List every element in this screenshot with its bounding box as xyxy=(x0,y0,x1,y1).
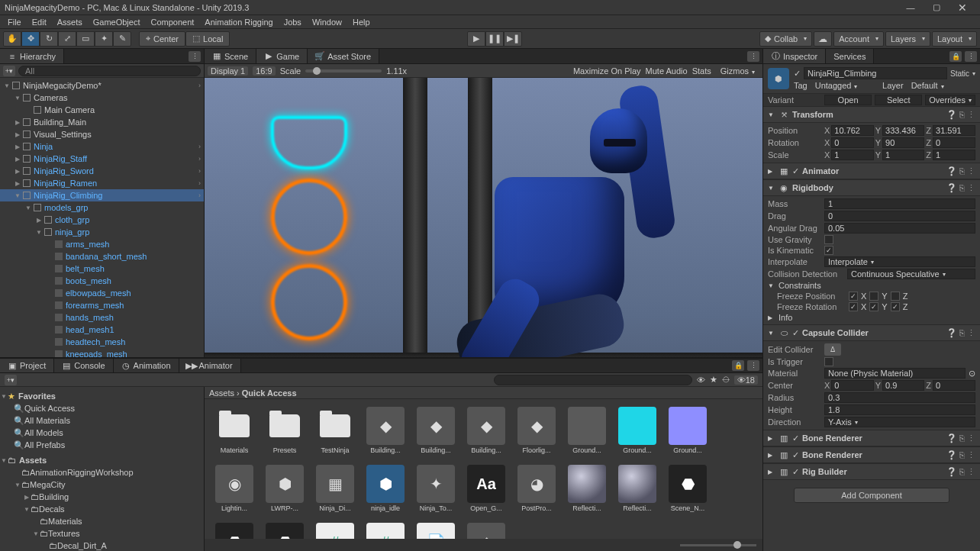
overrides-dropdown[interactable]: Overrides xyxy=(925,95,975,105)
asset-item[interactable]: AaOpen_G... xyxy=(464,465,508,512)
layout-dropdown[interactable]: Layout xyxy=(932,31,977,47)
object-enabled-checkbox[interactable]: ✓ xyxy=(794,69,801,79)
folder-item[interactable]: 🗀 AnimationRiggingWorkshop xyxy=(0,466,204,478)
favorite-filter-icon[interactable]: ★ xyxy=(710,375,717,385)
static-label[interactable]: Static xyxy=(950,69,969,78)
expand-arrow-icon[interactable]: ▶ xyxy=(14,180,21,187)
asset-item[interactable]: Reflecti... xyxy=(565,465,609,512)
move-tool[interactable]: ✥ xyxy=(21,31,40,47)
capsule-header[interactable]: ▼⬭ ✓ Capsule Collider ❔⎘⋮ xyxy=(763,324,980,341)
item-menu-icon[interactable]: › xyxy=(198,179,201,187)
bone-renderer-1-header[interactable]: ▶▥✓Bone Renderer❔⎘⋮ xyxy=(763,430,980,446)
asset-item[interactable]: Presets xyxy=(263,407,307,454)
display-dropdown[interactable]: Display 1 xyxy=(208,66,248,76)
rigidbody-header[interactable]: ▼◉ Rigidbody ❔⎘⋮ xyxy=(763,179,980,196)
hierarchy-item[interactable]: hands_mesh xyxy=(0,311,204,324)
panel-menu-icon[interactable]: ⋮ xyxy=(965,51,977,62)
trigger-checkbox[interactable] xyxy=(824,357,833,366)
play-button[interactable]: ▶ xyxy=(467,31,485,47)
favorite-item[interactable]: 🔍 All Models xyxy=(0,427,204,439)
create-asset-dropdown[interactable]: +▾ xyxy=(5,375,17,385)
item-menu-icon[interactable]: › xyxy=(198,155,201,163)
height-field[interactable]: 1.8 xyxy=(824,404,975,415)
asset-item[interactable]: Ground... xyxy=(565,407,609,454)
expand-arrow-icon[interactable]: ▶ xyxy=(35,217,43,224)
asset-item[interactable]: TestNinja xyxy=(313,407,357,454)
freeze-rot-x[interactable]: ✓ xyxy=(849,302,858,311)
expand-arrow-icon[interactable]: ▼ xyxy=(14,95,21,102)
drag-field[interactable]: 0 xyxy=(824,211,975,221)
rot-z[interactable]: 0 xyxy=(933,137,975,148)
tag-dropdown[interactable]: Untagged xyxy=(811,81,879,90)
lock-icon[interactable]: 🔒 xyxy=(732,360,744,371)
expand-arrow-icon[interactable]: ▼ xyxy=(24,205,32,211)
asset-item[interactable]: ◆Building... xyxy=(414,407,458,454)
grid-size-slider[interactable] xyxy=(680,544,756,546)
kinematic-checkbox[interactable]: ✓ xyxy=(824,246,833,255)
menu-assets[interactable]: Assets xyxy=(53,17,87,27)
tab-services[interactable]: Services xyxy=(826,49,874,63)
help-icon[interactable]: ❔ xyxy=(946,110,957,120)
hierarchy-item[interactable]: ▼models_grp xyxy=(0,201,204,214)
tab-animation[interactable]: ◷Animation xyxy=(114,359,179,372)
panel-menu-icon[interactable]: ⋮ xyxy=(747,51,759,62)
minimize-button[interactable]: ― xyxy=(898,1,924,14)
freeze-rot-z[interactable]: ✓ xyxy=(891,302,900,311)
folder-item[interactable]: 🗀 Materials xyxy=(0,515,204,527)
tab-project[interactable]: ▣Project xyxy=(0,359,54,372)
pause-button[interactable]: ❚❚ xyxy=(485,31,504,47)
expand-arrow-icon[interactable]: ▶ xyxy=(14,168,21,175)
preset-icon[interactable]: ⎘ xyxy=(959,110,965,120)
menu-help[interactable]: Help xyxy=(348,17,375,27)
step-button[interactable]: ▶❚ xyxy=(504,31,522,47)
favorite-item[interactable]: 🔍 All Prefabs xyxy=(0,439,204,451)
asset-item[interactable]: ⬣TwistCh... xyxy=(212,523,256,539)
tab-hierarchy[interactable]: ≡ Hierarchy xyxy=(0,49,64,63)
tab-inspector[interactable]: ⓘInspector xyxy=(763,49,826,63)
mute-toggle[interactable]: Mute Audio xyxy=(646,66,688,76)
freeze-pos-x[interactable]: ✓ xyxy=(849,292,858,301)
asset-item[interactable]: Materials xyxy=(212,407,256,454)
asset-item[interactable]: ⬣TwistC... xyxy=(263,523,307,539)
stats-toggle[interactable]: Stats xyxy=(692,66,711,76)
collab-dropdown[interactable]: ◆ Collab xyxy=(759,31,812,47)
asset-item[interactable]: ✦Ninja_To... xyxy=(414,465,458,512)
asset-item[interactable]: ◆Building... xyxy=(464,407,508,454)
expand-arrow-icon[interactable]: ▶ xyxy=(14,143,21,150)
hierarchy-item[interactable]: arms_mesh xyxy=(0,238,204,250)
lock-icon[interactable]: 🔒 xyxy=(949,51,962,62)
folder-item[interactable]: ▶🗀 Building xyxy=(0,491,204,503)
favorite-item[interactable]: 🔍 All Materials xyxy=(0,414,204,427)
tab-asset-store[interactable]: 🛒Asset Store xyxy=(308,49,379,63)
asset-item[interactable]: ◆Floorlig... xyxy=(514,407,559,454)
aspect-dropdown[interactable]: 16:9 xyxy=(253,66,275,76)
bone-renderer-2-header[interactable]: ▶▥✓Bone Renderer❔⎘⋮ xyxy=(763,446,980,463)
layers-dropdown[interactable]: Layers xyxy=(885,31,930,47)
animator-enabled[interactable]: ✓ xyxy=(792,166,799,176)
asset-item[interactable]: ◉Lightin... xyxy=(212,465,256,512)
scl-x[interactable]: 1 xyxy=(831,150,873,160)
rot-y[interactable]: 90 xyxy=(882,137,924,148)
maximize-toggle[interactable]: Maximize On Play xyxy=(573,66,641,76)
tab-console[interactable]: ▤Console xyxy=(54,359,113,372)
transform-header[interactable]: ▼⤧ Transform ❔⎘⋮ xyxy=(763,106,980,123)
hand-tool[interactable]: ✋ xyxy=(3,31,21,47)
asset-item[interactable]: ⬣Scene_N... xyxy=(666,465,710,512)
close-button[interactable]: ✕ xyxy=(949,1,975,14)
open-button[interactable]: Open xyxy=(824,95,872,105)
hierarchy-item[interactable]: ▶Ninja› xyxy=(0,140,204,153)
pos-z[interactable]: 31.591 xyxy=(933,125,975,136)
scale-tool[interactable]: ⤢ xyxy=(58,31,76,47)
hidden-filter-icon[interactable]: ⦵ xyxy=(722,375,730,385)
object-name-field[interactable] xyxy=(804,67,947,79)
object-picker-icon[interactable]: ⊙ xyxy=(969,369,975,379)
center-z[interactable]: 0 xyxy=(933,380,975,391)
layer-dropdown[interactable]: Default xyxy=(907,81,975,90)
rig-builder-header[interactable]: ▶▥✓Rig Builder❔⎘⋮ xyxy=(763,463,980,480)
hierarchy-item[interactable]: ▶NinjaRig_Staff› xyxy=(0,153,204,165)
folder-item[interactable]: ▼🗀 Decals xyxy=(0,503,204,515)
favorite-item[interactable]: 🔍 Quick Access xyxy=(0,402,204,414)
asset-item[interactable]: Ground... xyxy=(666,407,710,454)
maximize-button[interactable]: ▢ xyxy=(924,1,949,14)
rotate-tool[interactable]: ↻ xyxy=(40,31,58,47)
